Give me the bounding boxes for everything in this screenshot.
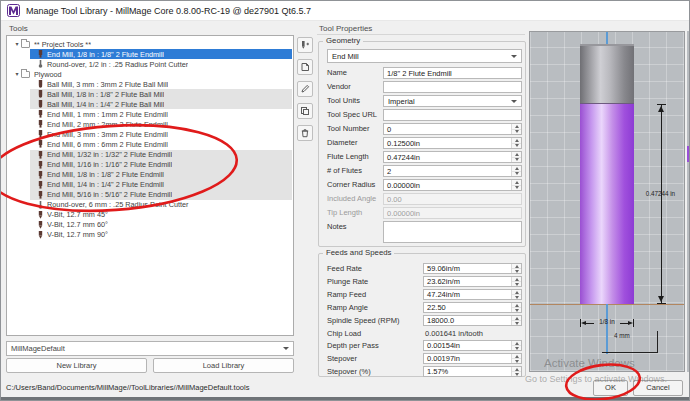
- tree-folder-project-tools[interactable]: ▾ ** Project Tools **: [7, 39, 293, 49]
- tree-item[interactable]: V-Bit, 12.7 mm 45°: [7, 210, 293, 220]
- stepover-pct-field[interactable]: 1.57%: [423, 366, 522, 377]
- chevron-down-icon: [511, 100, 517, 103]
- corner-radius-field[interactable]: 0.00000in: [383, 179, 522, 191]
- roundover-icon: [38, 60, 43, 68]
- chevron-down-icon[interactable]: ▾: [13, 69, 21, 79]
- duplicate-tool-button[interactable]: [297, 103, 313, 119]
- tool-3d-viewport[interactable]: 0.47244 in 1/8 in 4 mm: [529, 31, 685, 372]
- diameter-field[interactable]: 0.12500in: [383, 137, 522, 149]
- tool-type-select[interactable]: End Mill: [327, 49, 522, 63]
- spinner-buttons[interactable]: [511, 316, 521, 325]
- notes-field[interactable]: [383, 221, 522, 243]
- new-group-button[interactable]: [297, 59, 313, 75]
- spinner-buttons[interactable]: [511, 277, 521, 286]
- name-label: Name: [327, 67, 347, 79]
- tree-item[interactable]: Round-over, 1/2 in : .25 Radius Point Cu…: [7, 59, 293, 69]
- tree-item[interactable]: End Mill, 3 mm : 3mm 2 Flute Endmill: [7, 129, 293, 139]
- tree-item[interactable]: End Mill, 2 mm : 2mm 2 Flute Endmill: [7, 119, 293, 129]
- endmill-icon: [38, 171, 43, 179]
- tree-item[interactable]: End Mill, 1/32 in : 1/32" 2 Flute Endmil…: [7, 150, 293, 160]
- ramp-feed-field[interactable]: 47.24in/m: [423, 289, 522, 300]
- vendor-label: Vendor: [327, 81, 351, 93]
- included-angle-field: 0.00: [383, 193, 522, 205]
- tree-folder-plywood[interactable]: ▾ Plywood: [7, 69, 293, 79]
- tree-item[interactable]: Round-over, 6 mm : .25 Radius Point Cutt…: [7, 200, 293, 210]
- manage-tool-library-dialog: Manage Tool Library - MillMage Core 0.8.…: [0, 0, 690, 401]
- properties-caption: Tool Properties: [319, 24, 372, 33]
- spinner-buttons[interactable]: [511, 180, 521, 190]
- depth-per-pass-field[interactable]: 0.00154in: [423, 340, 522, 351]
- ramp-angle-field[interactable]: 22.50: [423, 302, 522, 313]
- edit-icon: [300, 84, 310, 94]
- length-dimension-line: [661, 105, 662, 303]
- spinner-buttons[interactable]: [511, 138, 521, 148]
- spinner-buttons[interactable]: [511, 303, 521, 312]
- tree-item-selected[interactable]: End Mill, 1/8 in : 1/8" 2 Flute Endmill: [7, 49, 293, 59]
- chip-load-label: Chip Load: [327, 328, 361, 339]
- chevron-down-icon[interactable]: ▾: [13, 39, 21, 49]
- vendor-field[interactable]: [383, 81, 522, 93]
- library-select[interactable]: MillMageDefault: [6, 341, 294, 356]
- add-tool-button[interactable]: [297, 37, 313, 53]
- tree-item[interactable]: Ball Mill, 1/4 in : 1/4" 2 Flute Ball Mi…: [7, 99, 293, 109]
- new-group-icon: [300, 62, 310, 72]
- load-library-button[interactable]: Load Library: [153, 358, 294, 373]
- tree-item[interactable]: Ball Mill, 3 mm : 3mm 2 Flute Ball Mill: [7, 79, 293, 89]
- vbit-icon: [38, 211, 43, 219]
- tree-item[interactable]: End Mill, 1/4 in : 1/4" 2 Flute Endmill: [7, 180, 293, 190]
- spinner-buttons[interactable]: [511, 354, 521, 363]
- tree-item[interactable]: End Mill, 5/16 in : 5/16" 2 Flute Endmil…: [7, 190, 293, 200]
- num-flutes-field[interactable]: 2: [383, 165, 522, 177]
- stepover-label: Stepover: [327, 353, 357, 364]
- new-library-button[interactable]: New Library: [6, 358, 147, 373]
- window-bottom-edge: [1, 397, 690, 401]
- endmill-icon: [38, 191, 43, 199]
- feed-rate-field[interactable]: 59.06in/m: [423, 263, 522, 274]
- stepover-pct-label: Stepover (%): [327, 366, 371, 377]
- name-field[interactable]: 1/8" 2 Flute Endmill: [383, 67, 522, 79]
- spinner-buttons[interactable]: [511, 152, 521, 162]
- diameter-label: Diameter: [327, 137, 357, 149]
- stepover-field[interactable]: 0.00197in: [423, 353, 522, 364]
- tool-flute: [580, 104, 634, 304]
- tree-item[interactable]: V-Bit, 12.7 mm 60°: [7, 220, 293, 230]
- endmill-icon: [38, 140, 43, 148]
- spinner-buttons[interactable]: [511, 166, 521, 176]
- tool-tree[interactable]: ▾ ** Project Tools ** End Mill, 1/8 in :…: [6, 35, 294, 336]
- notes-label: Notes: [327, 221, 347, 233]
- roundover-icon: [38, 201, 43, 209]
- library-path: C:/Users/Band/Documents/MillMage//ToolLi…: [6, 383, 249, 392]
- tree-item[interactable]: End Mill, 1 mm : 1mm 2 Flute Endmill: [7, 109, 293, 119]
- flute-length-field[interactable]: 0.47244in: [383, 151, 522, 163]
- delete-tool-button[interactable]: [297, 125, 313, 141]
- tree-item[interactable]: End Mill, 1/8 in : 1/8" 2 Flute Endmill: [7, 170, 293, 180]
- spindle-speed-field[interactable]: 18000.0: [423, 315, 522, 326]
- spinner-buttons[interactable]: [511, 367, 521, 376]
- plunge-rate-field[interactable]: 23.62in/m: [423, 276, 522, 287]
- tree-item[interactable]: Ball Mill, 1/8 in : 1/8" 2 Flute Ball Mi…: [7, 89, 293, 99]
- spinner-buttons[interactable]: [511, 290, 521, 299]
- num-flutes-label: # of Flutes: [327, 165, 362, 177]
- title-bar[interactable]: Manage Tool Library - MillMage Core 0.8.…: [1, 1, 689, 21]
- spinner-buttons[interactable]: [511, 264, 521, 273]
- tool-spec-url-field[interactable]: [383, 109, 522, 121]
- spinner-buttons[interactable]: [511, 341, 521, 350]
- tool-number-field[interactable]: 0: [383, 123, 522, 135]
- geometry-title: Geometry: [323, 36, 363, 45]
- tree-item[interactable]: End Mill, 6 mm : 6mm 2 Flute Endmill: [7, 139, 293, 149]
- shank-flute-junction: [580, 103, 634, 104]
- spinner-buttons[interactable]: [511, 124, 521, 134]
- grid-scale-label: 4 mm: [614, 332, 630, 339]
- activate-windows-watermark-sub: Go to Settings to activate Windows.: [525, 374, 667, 384]
- dimension-tick: [657, 303, 666, 304]
- tip-length-field: 0.00000in: [383, 207, 522, 219]
- tool-units-select[interactable]: Imperial: [383, 95, 522, 107]
- tree-item[interactable]: End Mill, 1/16 in : 1/16" 2 Flute Endmil…: [7, 160, 293, 170]
- tip-length-label: Tip Length: [327, 207, 362, 219]
- feeds-title: Feeds and Speeds: [323, 248, 394, 257]
- flute-length-label: Flute Length: [327, 151, 369, 163]
- endmill-icon: [38, 110, 43, 118]
- tool-number-label: Tool Number: [327, 123, 370, 135]
- tree-item[interactable]: V-Bit, 12.7 mm 90°: [7, 230, 293, 240]
- edit-tool-button[interactable]: [297, 81, 313, 97]
